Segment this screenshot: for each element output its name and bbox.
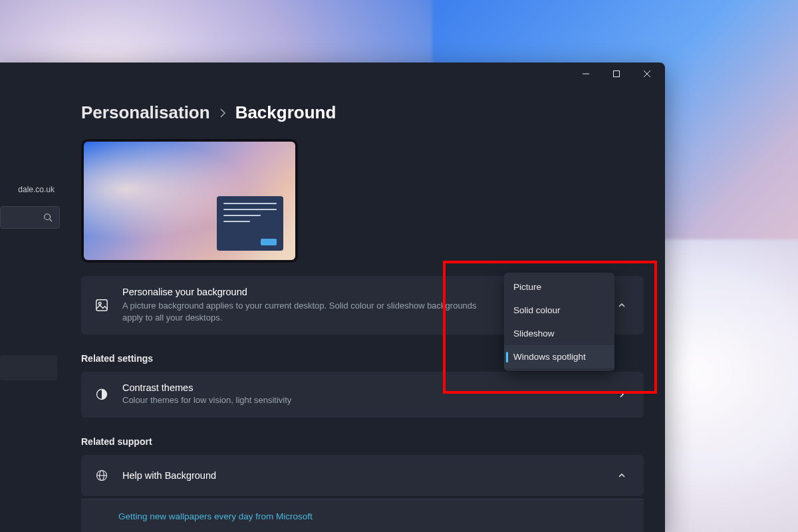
settings-window: dale.co.uk Personalisation Background [0, 63, 665, 532]
breadcrumb: Personalisation Background [81, 102, 645, 123]
contrast-title: Contrast themes [122, 382, 600, 393]
image-icon [93, 297, 110, 314]
contrast-desc: Colour themes for low vision, light sens… [122, 394, 495, 406]
svg-rect-1 [614, 71, 620, 77]
sidebar: dale.co.uk [0, 85, 60, 532]
chevron-right-icon [219, 108, 226, 118]
dropdown-option-solid-colour[interactable]: Solid colour [504, 299, 614, 322]
dropdown-option-windows-spotlight[interactable]: Windows spotlight [504, 345, 614, 368]
dropdown-option-picture[interactable]: Picture [504, 275, 614, 299]
help-title: Help with Background [122, 470, 600, 481]
chevron-up-icon[interactable] [612, 295, 632, 315]
svg-line-5 [50, 219, 53, 222]
background-type-dropdown[interactable]: Picture Solid colour Slideshow Windows s… [504, 273, 614, 371]
chevron-right-icon [612, 384, 632, 404]
breadcrumb-current: Background [235, 102, 336, 123]
maximize-button[interactable] [601, 64, 632, 84]
related-support-heading: Related support [81, 436, 645, 447]
breadcrumb-parent[interactable]: Personalisation [81, 102, 210, 123]
svg-point-7 [98, 303, 101, 305]
titlebar [0, 63, 665, 85]
help-background-row[interactable]: Help with Background [81, 455, 644, 496]
search-input[interactable] [0, 206, 60, 229]
globe-icon [93, 467, 110, 484]
contrast-themes-row[interactable]: Contrast themes Colour themes for low vi… [81, 372, 644, 417]
chevron-up-icon[interactable] [612, 466, 632, 485]
contrast-icon [93, 386, 110, 403]
svg-rect-6 [96, 300, 108, 311]
minimize-button[interactable] [571, 64, 601, 84]
preview-widget [217, 196, 283, 251]
help-link[interactable]: Getting new wallpapers every day from Mi… [118, 511, 313, 521]
account-email: dale.co.uk [0, 185, 60, 194]
help-link-row: Getting new wallpapers every day from Mi… [81, 499, 644, 532]
personalise-desc: A picture background applies to your cur… [122, 300, 495, 324]
search-icon [43, 213, 53, 222]
close-button[interactable] [632, 64, 662, 84]
svg-point-4 [45, 214, 51, 220]
dropdown-option-slideshow[interactable]: Slideshow [504, 322, 614, 345]
sidebar-item-personalisation[interactable] [0, 355, 57, 380]
background-preview [81, 139, 298, 263]
